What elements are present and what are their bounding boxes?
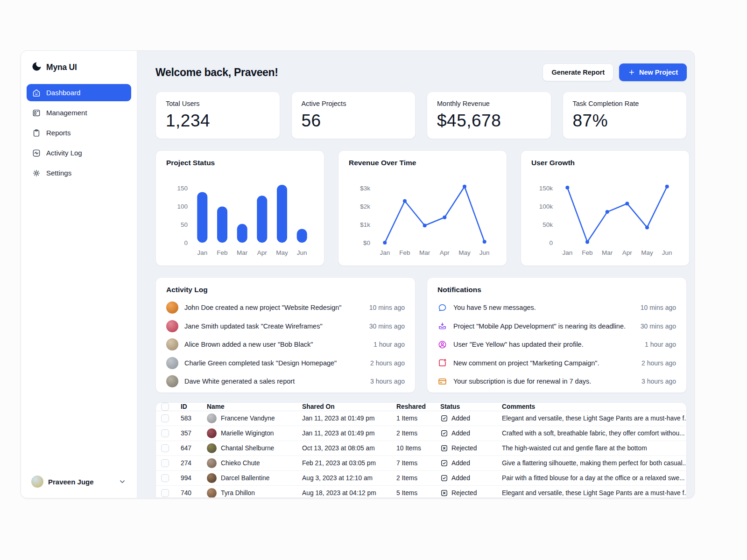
sidebar-item-reports[interactable]: Reports — [27, 124, 131, 141]
column-header-comments: Comments — [502, 403, 686, 410]
svg-text:Jan: Jan — [197, 249, 207, 256]
svg-text:150: 150 — [177, 185, 188, 192]
cell-comment: Give a flattering silhouette, making the… — [502, 460, 686, 467]
cell-name: Chantal Shelburne — [207, 443, 302, 453]
stat-value: 56 — [302, 112, 406, 131]
cell-status: Added — [440, 474, 502, 482]
generate-report-label: Generate Report — [551, 69, 605, 76]
cell-name: Tyra Dhillon — [207, 488, 302, 498]
plus-icon — [628, 69, 635, 76]
brand: Myna UI — [27, 61, 131, 74]
chart-cards: Project Status050100150JanFebMarAprMayJu… — [155, 150, 687, 266]
chart-canvas: 050k100k150kJanFebMarAprMayJun — [531, 168, 679, 263]
status-label: Rejected — [451, 445, 477, 452]
notification-item: Your subscription is due for renewal in … — [437, 372, 676, 391]
activity-time: 30 mins ago — [369, 322, 405, 330]
chart-line: $0$1k$2k$3kJanFebMarAprMayJun — [349, 168, 496, 263]
cell-id: 740 — [181, 490, 207, 497]
svg-text:Mar: Mar — [419, 249, 430, 256]
cell-name: Chieko Chute — [207, 458, 302, 468]
message-icon — [437, 303, 447, 313]
activity-text: Jane Smith updated task "Create Wirefram… — [184, 322, 323, 330]
column-header-status: Status — [440, 403, 502, 410]
notification-item: User "Eve Yellow" has updated their prof… — [437, 336, 676, 354]
svg-text:$3k: $3k — [360, 185, 370, 192]
new-project-button[interactable]: New Project — [619, 63, 687, 81]
table-row[interactable]: 357Marielle WigingtonJan 11, 2023 at 01:… — [156, 426, 686, 441]
sidebar-item-dashboard[interactable]: Dashboard — [27, 84, 131, 101]
notification-time: 3 hours ago — [641, 378, 676, 385]
x-square-icon — [440, 489, 448, 497]
row-checkbox[interactable] — [161, 459, 169, 467]
cell-reshared: 2 Items — [396, 430, 440, 437]
check-square-icon — [440, 429, 448, 437]
table-row[interactable]: 647Chantal ShelburneOct 13, 2023 at 08:0… — [156, 441, 686, 456]
sidebar-item-settings[interactable]: Settings — [27, 164, 131, 182]
sidebar-item-activity-log[interactable]: Activity Log — [27, 144, 131, 161]
notification-item: You have 5 new messages.10 mins ago — [437, 299, 676, 317]
svg-text:Feb: Feb — [217, 249, 227, 256]
credit-card-icon — [437, 377, 447, 386]
row-checkbox[interactable] — [161, 489, 169, 497]
header-actions: Generate Report New Project — [543, 63, 687, 81]
svg-text:Apr: Apr — [622, 249, 633, 256]
user-circle-icon — [437, 340, 447, 350]
stat-label: Active Projects — [302, 100, 406, 107]
topbar: Welcome back, Praveen! Generate Report N… — [155, 63, 687, 81]
table-row[interactable]: 740Tyra DhillonAug 18, 2023 at 04:12 pm5… — [156, 486, 686, 498]
cell-shared-on: Jan 11, 2023 at 01:49 pm — [302, 430, 396, 437]
sidebar: Myna UI DashboardManagementReportsActivi… — [21, 51, 137, 498]
user-menu[interactable]: Praveen Juge — [27, 472, 131, 491]
avatar — [166, 375, 178, 387]
generate-report-button[interactable]: Generate Report — [543, 63, 613, 81]
table-row[interactable]: 583Francene VandyneJan 11, 2023 at 01:49… — [156, 411, 686, 426]
activity-log-title: Activity Log — [166, 286, 405, 294]
brand-name: Myna UI — [46, 63, 77, 72]
stat-card-monthly-revenue: Monthly Revenue$45,678 — [427, 91, 551, 139]
activity-text: Charlie Green completed task "Design Hom… — [184, 359, 337, 367]
table-row[interactable]: 274Chieko ChuteFeb 21, 2023 at 03:05 pm7… — [156, 456, 686, 471]
svg-text:100: 100 — [177, 203, 188, 210]
status-label: Added — [451, 430, 470, 437]
cell-id: 647 — [181, 445, 207, 452]
chart-bar: 050100150JanFebMarAprMayJun — [166, 168, 314, 263]
notifications-title: Notifications — [437, 286, 676, 294]
svg-text:Apr: Apr — [440, 249, 450, 256]
notification-text: You have 5 new messages. — [453, 304, 536, 311]
avatar — [166, 301, 178, 314]
table-row[interactable]: 994Darcel BallentineAug 3, 2023 at 12:10… — [156, 471, 686, 486]
row-checkbox[interactable] — [161, 429, 169, 437]
svg-text:Jun: Jun — [479, 249, 490, 256]
cell-name: Marielle Wigington — [207, 428, 302, 438]
activity-item: Dave White generated a sales report3 hou… — [166, 372, 405, 391]
activity-text: Dave White generated a sales report — [184, 378, 295, 385]
sidebar-item-label: Reports — [46, 129, 71, 137]
svg-text:May: May — [641, 249, 653, 256]
activity-log-panel: Activity Log John Doe created a new proj… — [155, 277, 416, 393]
name-text: Francene Vandyne — [221, 415, 275, 422]
notification-time: 1 hour ago — [645, 341, 676, 348]
brand-logo-icon — [31, 61, 42, 74]
check-square-icon — [440, 414, 448, 422]
svg-text:Mar: Mar — [237, 249, 248, 256]
row-checkbox[interactable] — [161, 444, 169, 452]
status-label: Added — [451, 460, 470, 467]
row-checkbox[interactable] — [161, 414, 169, 422]
notification-text: User "Eve Yellow" has updated their prof… — [453, 341, 584, 348]
notification-item: Project "Mobile App Development" is near… — [437, 317, 676, 336]
activity-time: 2 hours ago — [370, 359, 405, 367]
select-all-checkbox[interactable] — [161, 403, 169, 411]
avatar — [207, 488, 217, 498]
row-checkbox[interactable] — [161, 474, 169, 482]
notifications-panel: Notifications You have 5 new messages.10… — [427, 277, 687, 393]
notification-time: 2 hours ago — [641, 359, 676, 367]
cell-reshared: 2 Items — [396, 475, 440, 482]
svg-text:Jun: Jun — [662, 249, 672, 256]
cell-status: Rejected — [440, 444, 502, 452]
notification-text: New comment on project "Marketing Campai… — [453, 359, 599, 367]
activity-text: Alice Brown added a new user "Bob Black" — [184, 341, 313, 348]
sidebar-item-management[interactable]: Management — [27, 104, 131, 121]
cell-comment: Elegant and versatile, these Light Sage … — [502, 415, 686, 422]
column-header-name: Name — [207, 403, 302, 410]
svg-text:0: 0 — [549, 239, 553, 246]
